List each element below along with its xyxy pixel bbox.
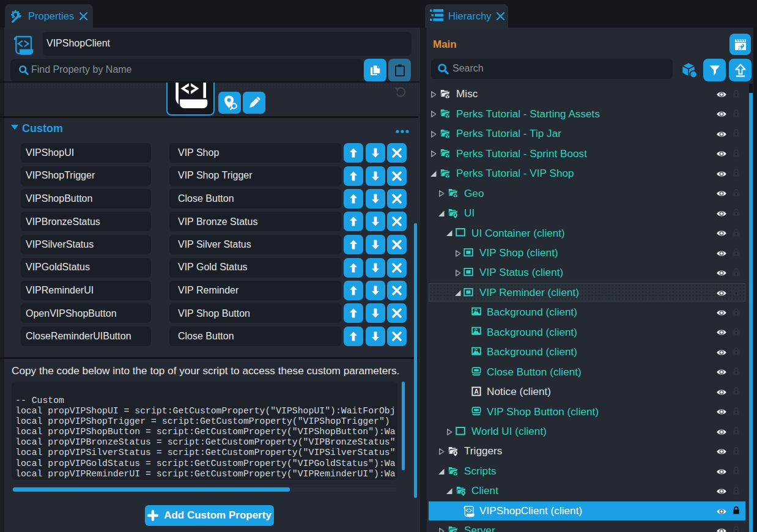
svg-text:A: A (474, 388, 479, 395)
